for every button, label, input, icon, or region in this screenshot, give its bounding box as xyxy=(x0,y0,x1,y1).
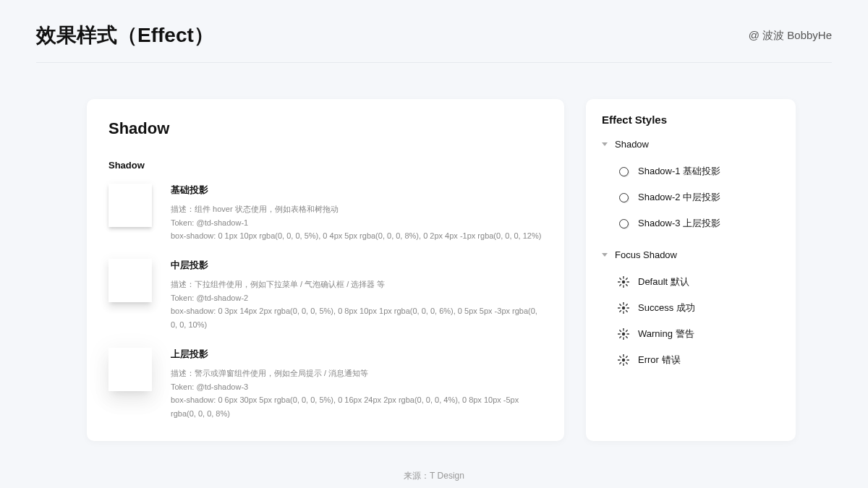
shadow-desc: 描述：警示或弹窗组件使用，例如全局提示 / 消息通知等 xyxy=(171,367,542,380)
effect-icon xyxy=(618,166,629,177)
svg-line-17 xyxy=(626,304,628,306)
svg-line-35 xyxy=(626,356,628,358)
svg-line-16 xyxy=(620,311,621,312)
shadow-token: Token: @td-shadow-3 xyxy=(171,380,542,394)
author-label: @ 波波 BobbyHe xyxy=(749,29,832,43)
svg-line-14 xyxy=(620,304,621,306)
card-title: Shadow xyxy=(109,119,542,138)
focus-icon xyxy=(618,276,629,288)
shadow-swatch xyxy=(109,348,152,391)
tree-item-label: Default 默认 xyxy=(638,275,689,288)
shadow-css: box-shadow: 0 1px 10px rgba(0, 0, 0, 5%)… xyxy=(171,229,541,243)
svg-line-24 xyxy=(626,337,628,338)
tree-group-label: Focus Shadow xyxy=(615,249,677,260)
tree-group-label: Shadow xyxy=(615,139,649,150)
svg-line-25 xyxy=(620,337,621,338)
shadow-name: 基础投影 xyxy=(171,184,541,197)
page-title: 效果样式（Effect） xyxy=(36,22,214,49)
shadow-card: Shadow Shadow 基础投影 描述：组件 hover 状态使用，例如表格… xyxy=(87,99,564,441)
effect-icon xyxy=(618,218,629,229)
shadow-swatch xyxy=(109,184,152,227)
tree-item[interactable]: Success 成功 xyxy=(618,295,780,321)
shadow-swatch xyxy=(109,259,152,302)
tree-item[interactable]: Warning 警告 xyxy=(618,321,780,347)
tree-item[interactable]: Error 错误 xyxy=(618,347,780,373)
svg-line-32 xyxy=(620,356,621,358)
shadow-css: box-shadow: 0 3px 14px 2px rgba(0, 0, 0,… xyxy=(171,304,542,331)
svg-line-26 xyxy=(626,330,628,332)
effect-styles-panel: Effect Styles Shadow Shadow-1 基础投影 Shado… xyxy=(586,99,796,441)
focus-icon xyxy=(618,354,629,366)
shadow-row: 基础投影 描述：组件 hover 状态使用，例如表格和树拖动 Token: @t… xyxy=(109,184,542,243)
focus-icon xyxy=(618,328,629,340)
shadow-row: 中层投影 描述：下拉组件使用，例如下拉菜单 / 气泡确认框 / 选择器 等 To… xyxy=(109,259,542,332)
svg-line-33 xyxy=(626,363,628,364)
tree-item-label: Warning 警告 xyxy=(638,328,694,341)
shadow-token: Token: @td-shadow-1 xyxy=(171,216,541,230)
svg-line-34 xyxy=(620,363,621,364)
tree-item-label: Shadow-3 上层投影 xyxy=(638,217,720,230)
chevron-down-icon xyxy=(602,253,608,257)
svg-point-0 xyxy=(622,281,625,283)
shadow-css: box-shadow: 0 6px 30px 5px rgba(0, 0, 0,… xyxy=(171,393,542,420)
svg-line-23 xyxy=(620,330,621,332)
shadow-desc: 描述：组件 hover 状态使用，例如表格和树拖动 xyxy=(171,202,541,216)
tree-group-shadow[interactable]: Shadow xyxy=(602,139,780,150)
panel-title: Effect Styles xyxy=(602,114,780,126)
tree-item-label: Success 成功 xyxy=(638,301,695,314)
effect-icon xyxy=(618,192,629,203)
svg-point-9 xyxy=(622,307,625,309)
tree-item[interactable]: Shadow-3 上层投影 xyxy=(618,210,780,236)
shadow-name: 上层投影 xyxy=(171,348,542,361)
svg-line-5 xyxy=(620,278,621,280)
svg-line-6 xyxy=(626,285,628,286)
shadow-token: Token: @td-shadow-2 xyxy=(171,291,542,305)
svg-point-27 xyxy=(622,359,625,361)
tree-item[interactable]: Shadow-2 中层投影 xyxy=(618,184,780,210)
tree-item[interactable]: Default 默认 xyxy=(618,269,780,295)
shadow-desc: 描述：下拉组件使用，例如下拉菜单 / 气泡确认框 / 选择器 等 xyxy=(171,278,542,291)
tree-item-label: Shadow-2 中层投影 xyxy=(638,191,720,204)
svg-line-15 xyxy=(626,311,628,312)
footer-source: 来源：T Design xyxy=(0,470,868,482)
svg-line-8 xyxy=(626,278,628,280)
shadow-name: 中层投影 xyxy=(171,259,542,272)
tree-item[interactable]: Shadow-1 基础投影 xyxy=(618,158,780,184)
svg-point-18 xyxy=(622,333,625,335)
tree-item-label: Error 错误 xyxy=(638,354,681,367)
shadow-row: 上层投影 描述：警示或弹窗组件使用，例如全局提示 / 消息通知等 Token: … xyxy=(109,348,542,421)
section-label: Shadow xyxy=(109,160,542,171)
tree-group-focus[interactable]: Focus Shadow xyxy=(602,249,780,260)
svg-line-7 xyxy=(620,285,621,286)
tree-item-label: Shadow-1 基础投影 xyxy=(638,165,720,178)
chevron-down-icon xyxy=(602,142,608,146)
focus-icon xyxy=(618,302,629,314)
